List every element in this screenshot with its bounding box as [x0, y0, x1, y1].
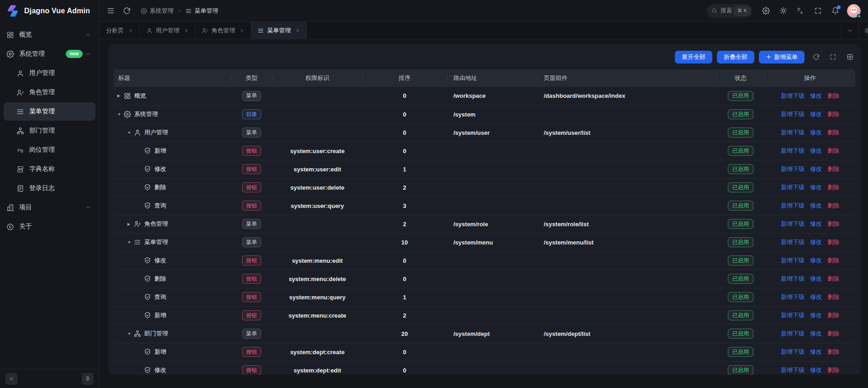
action-add-child[interactable]: 新增下级 [781, 330, 805, 337]
action-delete[interactable]: 删除 [827, 202, 839, 209]
action-edit[interactable]: 修改 [810, 293, 822, 300]
row-expand-toggle[interactable]: ▶ [127, 222, 134, 226]
action-delete[interactable]: 删除 [827, 275, 839, 282]
row-expand-toggle[interactable]: ▼ [127, 332, 134, 336]
action-edit[interactable]: 修改 [810, 202, 822, 209]
action-delete[interactable]: 删除 [827, 184, 839, 191]
table-refresh-button[interactable] [813, 53, 820, 60]
action-add-child[interactable]: 新增下级 [781, 312, 805, 319]
sidebar-item-system[interactable]: 系统管理new [4, 45, 95, 63]
action-add-child[interactable]: 新增下级 [781, 184, 805, 191]
global-search[interactable]: 搜索 ⌘ K [707, 4, 752, 18]
row-expand-toggle[interactable]: ▼ [127, 131, 134, 135]
pin-sidebar-button[interactable] [82, 373, 94, 385]
action-add-child[interactable]: 新增下级 [781, 165, 805, 172]
action-edit[interactable]: 修改 [810, 111, 822, 117]
table-fullscreen-button[interactable] [830, 53, 836, 60]
table-row[interactable]: 修改按钮system:dept:edit0已启用新增下级修改删除 [114, 361, 855, 375]
row-expand-toggle[interactable]: ▼ [117, 112, 124, 117]
tab-roles[interactable]: 角色管理 [195, 22, 251, 39]
tab-users[interactable]: 用户管理 [140, 22, 195, 39]
action-edit[interactable]: 修改 [810, 239, 822, 245]
table-row[interactable]: 新增按钮system:menu:create2已启用新增下级修改删除 [114, 306, 855, 324]
content-snapshot-button[interactable] [858, 22, 868, 39]
action-delete[interactable]: 删除 [827, 147, 839, 154]
sidebar-item-project[interactable]: 项目 [4, 198, 95, 217]
table-row[interactable]: ▼用户管理菜单0/system/user/system/user/list已启用… [114, 123, 855, 142]
action-delete[interactable]: 删除 [827, 367, 839, 373]
table-row[interactable]: 修改按钮system:user:edit1已启用新增下级修改删除 [114, 160, 855, 178]
table-row[interactable]: 新增按钮system:user:create0已启用新增下级修改删除 [114, 142, 855, 160]
table-row[interactable]: ▶角色管理菜单2/system/role/system/role/list已启用… [114, 215, 855, 233]
action-delete[interactable]: 删除 [827, 293, 839, 300]
expand-all-button[interactable]: 展开全部 [675, 51, 712, 64]
table-row[interactable]: ▼系统管理目录0/system已启用新增下级修改删除 [114, 105, 855, 123]
user-avatar[interactable] [847, 4, 861, 18]
action-delete[interactable]: 删除 [827, 312, 839, 319]
action-delete[interactable]: 删除 [827, 111, 839, 117]
sidebar-item-dict[interactable]: 字典名称 [4, 160, 95, 178]
action-edit[interactable]: 修改 [810, 367, 822, 373]
table-row[interactable]: 查询按钮system:user:query3已启用新增下级修改删除 [114, 197, 855, 215]
action-delete[interactable]: 删除 [827, 220, 839, 227]
action-add-child[interactable]: 新增下级 [781, 275, 805, 282]
action-add-child[interactable]: 新增下级 [781, 239, 805, 245]
table-row[interactable]: 查询按钮system:menu:query1已启用新增下级修改删除 [114, 288, 855, 306]
action-edit[interactable]: 修改 [810, 165, 822, 172]
tab-close-icon[interactable] [128, 28, 133, 33]
action-delete[interactable]: 删除 [827, 257, 839, 264]
action-add-child[interactable]: 新增下级 [781, 92, 805, 99]
action-add-child[interactable]: 新增下级 [781, 293, 805, 300]
action-delete[interactable]: 删除 [827, 348, 839, 355]
sidebar-item-about[interactable]: 关于 [4, 218, 95, 236]
tab-analysis[interactable]: 分析页 [100, 22, 140, 39]
action-delete[interactable]: 删除 [827, 92, 839, 99]
sidebar-item-overview[interactable]: 概览 [4, 26, 95, 44]
theme-toggle-button[interactable] [779, 7, 787, 15]
sidebar-item-roles[interactable]: 角色管理 [4, 83, 95, 101]
column-settings-button[interactable] [847, 53, 853, 60]
language-button[interactable] [797, 7, 805, 15]
tab-menus[interactable]: 菜单管理 [251, 22, 307, 39]
action-edit[interactable]: 修改 [810, 275, 822, 282]
sidebar-item-depts[interactable]: 部门管理 [4, 122, 95, 140]
table-row[interactable]: 新增按钮system:dept:create0已启用新增下级修改删除 [114, 343, 855, 361]
table-row[interactable]: ▼部门管理菜单20/system/dept/system/dept/list已启… [114, 324, 855, 343]
action-edit[interactable]: 修改 [810, 92, 822, 99]
fullscreen-button[interactable] [814, 7, 822, 15]
action-delete[interactable]: 删除 [827, 330, 839, 337]
action-add-child[interactable]: 新增下级 [781, 129, 805, 136]
action-add-child[interactable]: 新增下级 [781, 111, 805, 117]
sidebar-toggle-button[interactable] [107, 7, 115, 15]
action-delete[interactable]: 删除 [827, 239, 839, 245]
table-row[interactable]: 删除按钮system:menu:delete0已启用新增下级修改删除 [114, 270, 855, 288]
action-edit[interactable]: 修改 [810, 129, 822, 136]
table-row[interactable]: ▶概览菜单0/workspace/dashboard/workspace/ind… [114, 87, 855, 105]
action-edit[interactable]: 修改 [810, 220, 822, 227]
app-logo[interactable]: Djagno Vue Admin [0, 0, 99, 22]
breadcrumb-current[interactable]: 菜单管理 [185, 7, 218, 15]
sidebar-item-posts[interactable]: 岗位管理 [4, 141, 95, 159]
tab-close-icon[interactable] [240, 28, 244, 33]
row-expand-toggle[interactable]: ▶ [117, 94, 124, 98]
action-add-child[interactable]: 新增下级 [781, 220, 805, 227]
action-edit[interactable]: 修改 [810, 312, 822, 319]
action-add-child[interactable]: 新增下级 [781, 147, 805, 154]
table-row[interactable]: ▼菜单管理菜单10/system/menu/system/menu/list已启… [114, 233, 855, 251]
sidebar-item-users[interactable]: 用户管理 [4, 64, 95, 82]
page-refresh-button[interactable] [123, 7, 131, 15]
action-edit[interactable]: 修改 [810, 147, 822, 154]
breadcrumb-parent[interactable]: 系统管理 [141, 7, 174, 15]
table-row[interactable]: 修改按钮system:menu:edit0已启用新增下级修改删除 [114, 251, 855, 270]
action-edit[interactable]: 修改 [810, 348, 822, 355]
collapse-all-button[interactable]: 折叠全部 [717, 51, 754, 64]
action-add-child[interactable]: 新增下级 [781, 202, 805, 209]
action-add-child[interactable]: 新增下级 [781, 348, 805, 355]
add-menu-button[interactable]: 新增菜单 [759, 51, 805, 64]
action-delete[interactable]: 删除 [827, 129, 839, 136]
settings-button[interactable] [762, 7, 770, 15]
action-edit[interactable]: 修改 [810, 330, 822, 337]
notifications-button[interactable] [831, 7, 839, 15]
action-delete[interactable]: 删除 [827, 165, 839, 172]
action-edit[interactable]: 修改 [810, 257, 822, 264]
